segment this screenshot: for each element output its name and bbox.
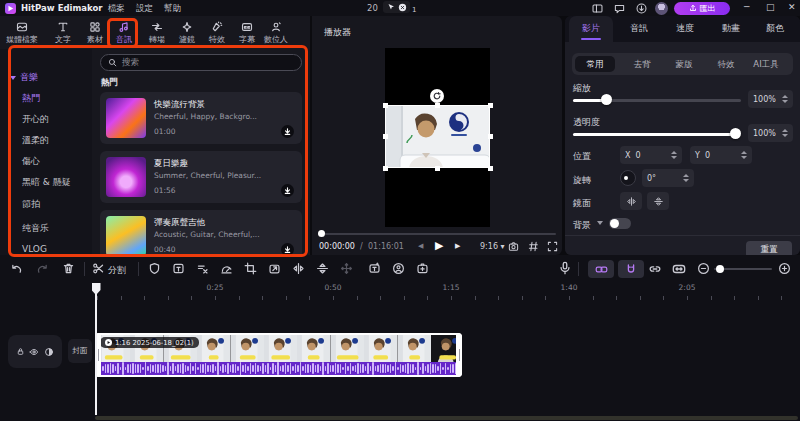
flip-vertical-button[interactable] <box>647 192 669 210</box>
cover-button[interactable]: 封面 <box>68 339 92 363</box>
sidebar-item-beat[interactable]: 節拍 <box>22 198 40 211</box>
resize-handle[interactable] <box>488 103 493 108</box>
crop-icon[interactable] <box>244 262 257 275</box>
subtab-ai-tools[interactable]: AI工具 <box>744 56 788 72</box>
video-preview[interactable] <box>385 105 490 168</box>
download-manager-icon[interactable] <box>636 3 647 14</box>
zoom-in-icon[interactable] <box>778 262 791 275</box>
record-voice-icon[interactable] <box>558 261 572 275</box>
lock-icon[interactable] <box>16 347 25 356</box>
close-button[interactable]: ✕ <box>788 2 796 12</box>
speed-icon[interactable] <box>220 262 233 275</box>
fit-timeline-icon[interactable] <box>672 262 686 276</box>
sidebar-group-music[interactable]: 音樂 <box>10 71 38 84</box>
split-scissors-icon[interactable] <box>92 262 105 275</box>
sidebar-item-hot[interactable]: 熱門 <box>22 92 40 105</box>
face-recognition-icon[interactable] <box>392 262 405 275</box>
resize-handle[interactable] <box>435 166 440 171</box>
feedback-icon[interactable] <box>614 3 625 14</box>
tab-audio[interactable]: 音訊 <box>110 18 138 47</box>
clip-trim-handle-right[interactable] <box>456 333 462 377</box>
search-input[interactable]: 搜索 <box>100 54 302 71</box>
tab-elements[interactable]: 素材 <box>78 18 112 47</box>
text-template-icon[interactable] <box>368 262 381 275</box>
subtab-common[interactable]: 常用 <box>575 56 615 72</box>
grid-icon[interactable] <box>528 241 539 252</box>
delete-icon[interactable] <box>62 262 75 275</box>
opacity-value[interactable]: 100% <box>748 124 793 142</box>
flip-horizontal-icon[interactable] <box>292 262 305 275</box>
resize-handle[interactable] <box>488 166 493 171</box>
magnet-snap-button[interactable] <box>618 260 644 278</box>
resize-handle[interactable] <box>488 134 493 139</box>
download-icon[interactable] <box>281 184 294 197</box>
solo-track-icon[interactable] <box>44 347 54 357</box>
snapshot-icon[interactable] <box>508 241 519 252</box>
subtab-effects[interactable]: 特效 <box>708 56 744 72</box>
tab-digital-human[interactable]: 數位人 <box>258 18 294 47</box>
visibility-icon[interactable] <box>29 347 39 357</box>
resize-handle[interactable] <box>383 134 388 139</box>
time-ruler[interactable]: 0:250:501:151:402:05 <box>95 283 800 300</box>
tab-effects[interactable]: 特效 <box>200 18 234 47</box>
music-track[interactable]: 彈奏原聲吉他 Acoustic, Guitar, Cheerful,... 00… <box>100 210 302 255</box>
stepper-icon[interactable] <box>782 95 788 103</box>
tab-speed[interactable]: 速度 <box>665 16 705 40</box>
resize-handle[interactable] <box>383 103 388 108</box>
resize-handle[interactable] <box>383 166 388 171</box>
rotation-value[interactable]: 0° <box>642 169 694 187</box>
protect-icon[interactable] <box>148 262 161 275</box>
tab-transition[interactable]: 轉場 <box>140 18 174 47</box>
sidebar-item-sad[interactable]: 傷心 <box>22 155 40 168</box>
add-to-track-icon[interactable] <box>416 262 429 275</box>
timeline-zoom-knob[interactable] <box>716 265 724 273</box>
menu-settings[interactable]: 設定 <box>132 0 157 16</box>
maximize-button[interactable]: □ <box>766 2 775 12</box>
tab-animation[interactable]: 動畫 <box>711 16 751 40</box>
menu-file[interactable]: 檔案 <box>104 0 129 16</box>
add-text-icon[interactable] <box>172 262 185 275</box>
stepper-icon[interactable] <box>782 129 788 137</box>
menu-help[interactable]: 幫助 <box>160 0 185 16</box>
tab-audio-props[interactable]: 音訊 <box>619 16 659 40</box>
music-track[interactable]: 夏日樂趣 Summer, Cheerful, Pleasur... 01:56 <box>100 151 302 203</box>
sidebar-item-happy[interactable]: 开心的 <box>22 113 49 126</box>
tab-filter[interactable]: 濾鏡 <box>170 18 204 47</box>
rotation-dial[interactable] <box>620 170 636 186</box>
subtab-mask[interactable]: 蒙版 <box>666 56 702 72</box>
move-icon[interactable] <box>340 262 353 275</box>
chevron-down-icon[interactable] <box>597 221 603 225</box>
opacity-slider[interactable] <box>573 128 741 139</box>
minimize-button[interactable]: ─ <box>744 2 749 12</box>
remove-subtitle-icon[interactable] <box>196 262 209 275</box>
position-x-field[interactable]: X 0 <box>620 146 682 164</box>
player-seekbar[interactable] <box>318 230 556 238</box>
fullscreen-icon[interactable] <box>547 241 558 252</box>
video-clip[interactable]: 1:16 2025-06-18_02(1) <box>95 333 462 377</box>
playhead-line[interactable] <box>95 284 97 415</box>
next-frame-icon[interactable]: ▶ <box>455 242 460 250</box>
timeline-scrollbar[interactable] <box>95 416 798 420</box>
subtab-remove-bg[interactable]: 去背 <box>624 56 660 72</box>
sidebar-item-vlog[interactable]: VLOG <box>22 244 47 254</box>
resize-handle[interactable] <box>435 103 440 108</box>
stepper-icon[interactable] <box>683 174 689 182</box>
prev-frame-icon[interactable]: ◀ <box>418 242 423 250</box>
auto-ripple-button[interactable] <box>588 260 614 278</box>
link-clips-icon[interactable] <box>648 262 662 276</box>
music-track[interactable]: 快樂流行背景 Cheerful, Happy, Backgro... 01:00 <box>100 92 302 144</box>
scale-slider[interactable] <box>573 94 741 105</box>
split-label[interactable]: 分割 <box>108 264 126 277</box>
redo-icon[interactable] <box>36 262 49 275</box>
download-icon[interactable] <box>281 125 294 138</box>
flip-horizontal-button[interactable] <box>620 192 642 210</box>
download-icon[interactable] <box>281 243 294 255</box>
background-toggle[interactable] <box>609 218 631 229</box>
stepper-icon[interactable] <box>671 151 677 159</box>
rotate-handle-icon[interactable] <box>430 89 444 103</box>
seekbar-knob[interactable] <box>318 230 325 237</box>
scale-value[interactable]: 100% <box>748 90 793 108</box>
stepper-icon[interactable] <box>741 151 747 159</box>
tab-color[interactable]: 顏色 <box>755 16 795 40</box>
export-button[interactable]: 匯出 <box>674 2 730 15</box>
